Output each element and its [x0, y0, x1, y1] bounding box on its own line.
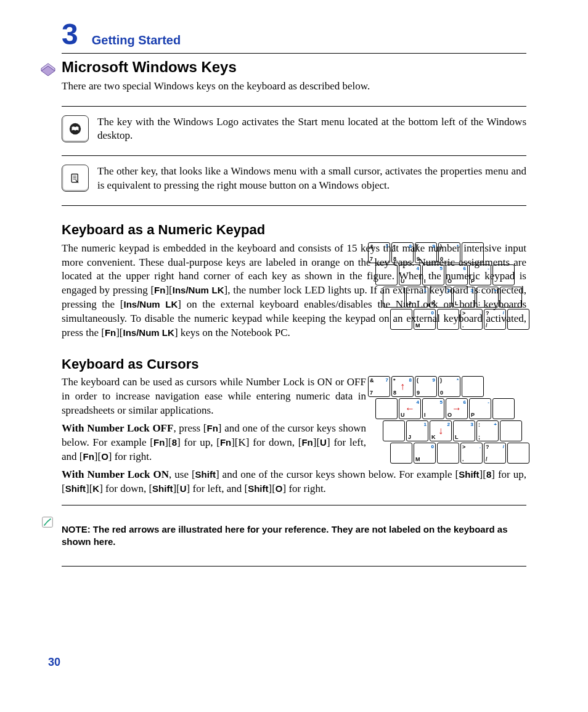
- keycap: [500, 420, 522, 441]
- text: ][: [94, 451, 101, 462]
- keycap: 0M: [414, 309, 436, 330]
- keycap: 1J: [406, 287, 428, 308]
- keycap: [462, 242, 484, 263]
- text: ][: [86, 483, 92, 494]
- keypad-row: &77*88(99)*0: [367, 242, 530, 264]
- key-label: Fn: [220, 437, 231, 448]
- keycap: ?//: [484, 309, 506, 330]
- keycap: [437, 309, 459, 330]
- chapter-header: 3 Getting Started: [62, 20, 526, 49]
- text: ] for right.: [283, 483, 326, 494]
- key-label: Shift: [152, 483, 173, 494]
- key-label: O: [101, 451, 108, 462]
- chapter-number: 3: [62, 20, 78, 49]
- keycap: &77: [368, 242, 390, 263]
- keycap: [507, 309, 529, 330]
- section1-intro: There are two special Windows keys on th…: [62, 80, 526, 94]
- divider: [62, 53, 526, 54]
- keycap: 6O→: [446, 398, 468, 419]
- key-label: U: [180, 483, 187, 494]
- key-label: Ins/Num LK: [123, 327, 174, 338]
- text: ][: [173, 483, 179, 494]
- keycap: 0M: [414, 443, 436, 464]
- keycap: [390, 443, 412, 464]
- arrow-icon: →: [452, 404, 462, 414]
- text: ][K] for down, [: [231, 436, 301, 448]
- section3-p2: With Number Lock OFF, press [Fn] and one…: [62, 422, 366, 464]
- keypad-row: 0M>..?//: [390, 308, 530, 330]
- keycap: >..: [460, 309, 483, 330]
- keycap: )*0: [438, 242, 460, 263]
- menu-key-icon: [62, 165, 89, 192]
- key-label: K: [92, 483, 99, 494]
- keypad-row: 4U←5I6O→-P: [375, 398, 530, 420]
- arrow-icon: ←: [405, 404, 415, 414]
- key-label: U: [320, 437, 327, 448]
- keycap: >..: [460, 443, 483, 464]
- key-label: Shift: [459, 469, 479, 480]
- key-label: Fn: [207, 423, 218, 433]
- text: , use [: [169, 469, 195, 480]
- keycap: [383, 420, 405, 441]
- key-label: Fn: [301, 437, 312, 448]
- divider: [62, 205, 526, 206]
- lead-bold: With Number Lock ON: [62, 469, 169, 480]
- keycap: [390, 309, 412, 330]
- keycap: ?//: [484, 443, 506, 464]
- cursor-keypad-diagram: &77*88↑(99)*04U←5I6O→-P1J2K↓3L:+;0M>..?/…: [367, 375, 530, 464]
- key-label: Shift: [195, 469, 216, 480]
- keycap: [462, 376, 484, 397]
- keypad-row: &77*88↑(99)*0: [367, 375, 530, 398]
- key-label: 8: [172, 437, 177, 448]
- key-label: Shift: [248, 483, 268, 494]
- keypad-row: 4U5I6O-P: [375, 264, 530, 286]
- keycap: [383, 287, 405, 308]
- menu-key-desc: The other key, that looks like a Windows…: [97, 165, 526, 193]
- keycap: &77: [368, 376, 390, 397]
- text: ] for left, and [: [187, 483, 248, 494]
- text: ] for down, [: [99, 483, 152, 494]
- keypad-row: 0M>..?//: [390, 442, 530, 464]
- keycap: -P: [469, 264, 491, 285]
- keycap: [375, 398, 398, 419]
- key-label: Fn: [154, 285, 165, 295]
- windows-logo-key-icon: [62, 115, 89, 142]
- keycap: :+;: [476, 420, 499, 441]
- keycap: 6O: [446, 264, 468, 285]
- keycap: (99: [415, 376, 437, 397]
- keycap: [507, 443, 529, 464]
- key-label: O: [276, 483, 283, 494]
- page-number: 30: [48, 656, 60, 669]
- windows-key-desc: The key with the Windows Logo activates …: [97, 115, 526, 144]
- keycap: (99: [415, 242, 437, 263]
- keycap: [492, 398, 515, 419]
- keycap: *88↑: [391, 376, 414, 397]
- key-label: Fn: [105, 327, 116, 338]
- text: ][: [269, 483, 276, 494]
- section-icon: [39, 60, 57, 80]
- text: , press [: [173, 422, 206, 434]
- keycap: 1J: [406, 420, 428, 441]
- keycap: 2K↓: [430, 420, 452, 441]
- key-label: Ins/Num LK: [173, 285, 224, 295]
- keycap: 5I: [422, 398, 444, 419]
- keycap: :+;: [476, 287, 499, 308]
- section-heading-numeric-keypad: Keyboard as a Numeric Keypad: [62, 222, 526, 237]
- keycap: 3L: [453, 287, 475, 308]
- lead-bold: With Number Lock OFF: [62, 422, 173, 434]
- text: ][: [165, 436, 171, 448]
- key-label: Fn: [153, 437, 165, 448]
- divider: [62, 155, 526, 156]
- keycap: -P: [469, 398, 491, 419]
- key-label: Ins/Num LK: [124, 299, 178, 309]
- keycap: [500, 287, 522, 308]
- keypad-row: 1J2K↓3L:+;: [382, 420, 530, 442]
- key-label: 8: [486, 469, 491, 480]
- keycap: 3L: [453, 420, 475, 441]
- keycap: 5I: [422, 264, 444, 285]
- section3-p1: The keyboard can be used as cursors whil…: [62, 375, 366, 418]
- section-heading-windows-keys: Microsoft Windows Keys: [62, 59, 526, 76]
- text: ][: [313, 436, 320, 448]
- keycap: [492, 264, 515, 285]
- keycap: [437, 443, 459, 464]
